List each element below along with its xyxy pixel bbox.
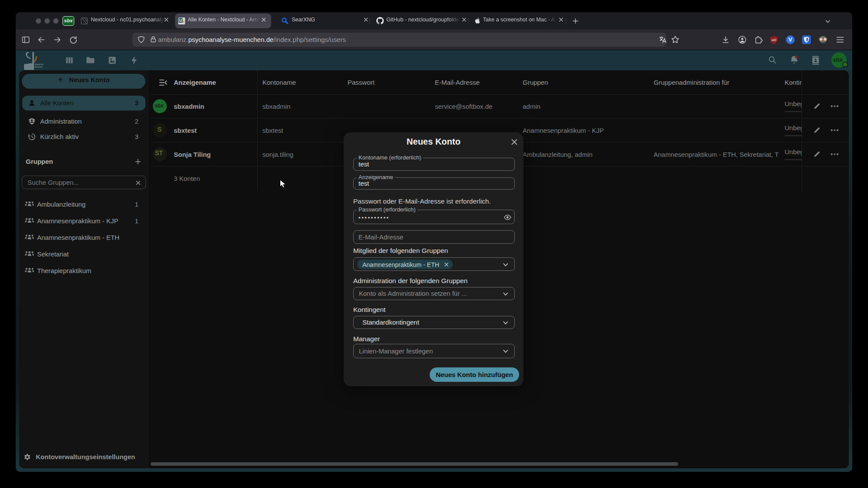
- svg-text:uO: uO: [772, 38, 776, 42]
- svg-text:München: München: [34, 66, 43, 68]
- svg-text:Akademie: Akademie: [34, 63, 44, 66]
